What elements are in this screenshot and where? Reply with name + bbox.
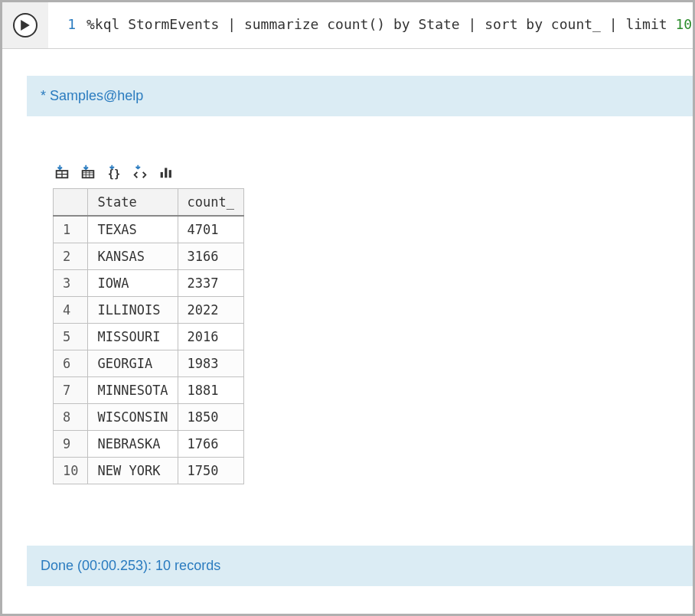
table-row: 5MISSOURI2016 [54, 324, 244, 350]
result-table: Statecount_ 1TEXAS47012KANSAS31663IOWA23… [53, 188, 244, 484]
export-recordset-icon[interactable] [79, 162, 97, 181]
cell: 2022 [178, 297, 243, 324]
svg-text:{}: {} [108, 168, 121, 180]
row-index: 4 [54, 297, 88, 324]
run-button-gutter [2, 2, 48, 48]
row-index: 1 [54, 216, 88, 243]
table-header: Statecount_ [54, 189, 244, 217]
table-row: 4ILLINOIS2022 [54, 297, 244, 324]
table-row: 3IOWA2337 [54, 270, 244, 297]
cell: KANSAS [88, 243, 178, 270]
export-dataframe-icon[interactable] [53, 162, 71, 181]
row-index: 2 [54, 243, 88, 270]
svg-rect-4 [83, 171, 94, 178]
row-index: 5 [54, 324, 88, 350]
table-row: 2KANSAS3166 [54, 243, 244, 270]
output-area: * Samples@help {} [2, 76, 693, 586]
table-row: 9NEBRASKA1766 [54, 431, 244, 458]
cell: NEBRASKA [88, 431, 178, 458]
cell: 1750 [178, 458, 243, 484]
cell: IOWA [88, 270, 178, 297]
cell: NEW YORK [88, 458, 178, 484]
datasource-banner: * Samples@help [27, 76, 693, 116]
chart-icon[interactable] [157, 162, 175, 181]
cell: MINNESOTA [88, 377, 178, 404]
row-index: 9 [54, 431, 88, 458]
cell: 2337 [178, 270, 243, 297]
column-header[interactable] [54, 189, 88, 217]
row-index: 6 [54, 350, 88, 377]
column-header[interactable]: count_ [178, 189, 243, 217]
cell: 2016 [178, 324, 243, 350]
cell: TEXAS [88, 216, 178, 243]
code-line: %kql StormEvents | summarize count() by … [86, 16, 693, 32]
code-cell: 1 %kql StormEvents | summarize count() b… [2, 2, 693, 49]
export-code-icon[interactable] [131, 162, 149, 181]
svg-rect-12 [169, 170, 171, 178]
table-row: 1TEXAS4701 [54, 216, 244, 243]
svg-rect-11 [165, 168, 167, 178]
cell: 1766 [178, 431, 243, 458]
cell: ILLINOIS [88, 297, 178, 324]
cell: 4701 [178, 216, 243, 243]
play-icon [20, 20, 31, 31]
cell: MISSOURI [88, 324, 178, 350]
table-body: 1TEXAS47012KANSAS31663IOWA23374ILLINOIS2… [54, 216, 244, 484]
table-row: 6GEORGIA1983 [54, 350, 244, 377]
row-index: 7 [54, 377, 88, 404]
run-button[interactable] [13, 13, 38, 37]
status-banner: Done (00:00.253): 10 records [27, 546, 693, 586]
cell: 1881 [178, 377, 243, 404]
result-toolbar: {} [53, 162, 693, 181]
cell: WISCONSIN [88, 404, 178, 431]
table-row: 10NEW YORK1750 [54, 458, 244, 484]
svg-rect-10 [161, 172, 163, 178]
row-index: 3 [54, 270, 88, 297]
code-editor[interactable]: 1 %kql StormEvents | summarize count() b… [48, 2, 693, 46]
column-header[interactable]: State [88, 189, 178, 217]
cell: 1983 [178, 350, 243, 377]
row-index: 10 [54, 458, 88, 484]
svg-marker-0 [21, 20, 30, 31]
line-number: 1 [48, 16, 86, 32]
row-index: 8 [54, 404, 88, 431]
cell: 3166 [178, 243, 243, 270]
cell: GEORGIA [88, 350, 178, 377]
table-row: 7MINNESOTA1881 [54, 377, 244, 404]
table-row: 8WISCONSIN1850 [54, 404, 244, 431]
export-json-icon[interactable]: {} [105, 162, 123, 181]
cell: 1850 [178, 404, 243, 431]
